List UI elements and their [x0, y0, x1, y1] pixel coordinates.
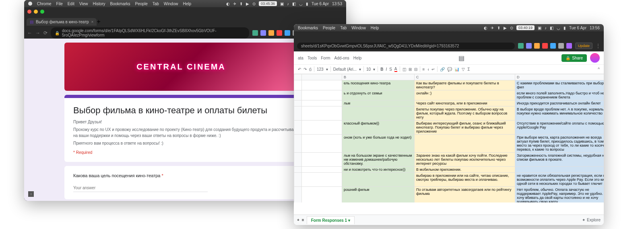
italic-button[interactable]: I [386, 67, 387, 72]
strike-button[interactable]: S [389, 67, 392, 72]
col-b-header[interactable]: B [342, 74, 415, 80]
minimize-window-button[interactable] [34, 10, 38, 14]
menu-form[interactable]: Form [321, 56, 330, 60]
font-selector[interactable]: Default (Ari... [333, 67, 357, 72]
comment-icon[interactable]: 💬 [447, 67, 452, 72]
valign-icon[interactable]: ⫞ [427, 67, 429, 72]
form-title-card: Выбор фильма в кино-театре и оплаты биле… [64, 95, 306, 162]
merge-icon[interactable]: ⊟ [414, 67, 417, 72]
back-button[interactable]: ← [27, 30, 32, 36]
comments-icon[interactable]: ▤ [458, 54, 464, 62]
menu-tools[interactable]: Tools [308, 56, 317, 60]
table-row[interactable]: ь и отдохнуть от семьионлайн :)если мног… [294, 90, 604, 100]
borders-icon[interactable]: ⊞ [409, 67, 412, 72]
explore-button[interactable]: ✦ Explore [582, 218, 601, 222]
apple-icon[interactable] [28, 2, 32, 6]
add-sheet-button[interactable]: + [297, 218, 299, 222]
menu-help[interactable]: Help [371, 24, 379, 31]
close-tab-icon[interactable]: × [91, 20, 94, 24]
undo-icon[interactable]: ↶ [298, 67, 301, 72]
table-row[interactable]: выбираю в приложении или на сайте, читаю… [294, 173, 604, 187]
functions-icon[interactable]: Σ [467, 67, 470, 72]
link-icon[interactable]: 🔗 [440, 67, 445, 72]
menu-addons[interactable]: Add-ons [334, 56, 349, 60]
wrap-icon[interactable]: ↵ [431, 67, 435, 72]
extension-icon[interactable] [542, 43, 548, 49]
table-row[interactable]: льмЧерез сайт кинотеатра, или в приложен… [294, 100, 604, 106]
reload-button[interactable]: ⟳ [43, 30, 47, 36]
print-icon[interactable]: ⎙ [309, 67, 312, 72]
browser-tabbar-2 [294, 31, 604, 40]
address-bar[interactable]: 🔒 docs.google.com/forms/d/e/1FAIpQLSdWX6… [51, 27, 249, 39]
new-tab-button[interactable]: + [97, 18, 100, 25]
menu-window[interactable]: Window [164, 0, 178, 7]
share-button[interactable]: 🔒 Share [561, 54, 587, 62]
menu-tab[interactable]: Tab [340, 24, 347, 31]
update-button-2[interactable]: Update [575, 43, 592, 49]
maximize-window-button[interactable] [40, 10, 44, 14]
sheet-tab-active[interactable]: Form Responses 1 ▾ [307, 216, 355, 224]
extension-icon[interactable] [526, 43, 532, 49]
extension-icon[interactable] [518, 43, 524, 49]
spreadsheet-grid[interactable]: B C D ель посещения кино-театраКак вы вы… [294, 74, 604, 202]
align-icon[interactable]: ≡ [423, 67, 425, 72]
menu-app[interactable]: Chrome [37, 0, 52, 7]
status-icon: ⊙ [252, 2, 256, 6]
menu-help[interactable]: Help [183, 0, 191, 7]
browser-tab[interactable]: ▤ Выбор фильма в кино-театр × [27, 18, 97, 26]
menu-help[interactable]: Help [353, 56, 362, 60]
font-size[interactable]: 10 [366, 67, 371, 72]
table-row[interactable]: ни и посмотреть что-то интересное))В моб… [294, 167, 604, 173]
menu-window[interactable]: Window [351, 24, 366, 31]
chrome-menu-icon[interactable]: ⋮ [596, 43, 601, 49]
menu-bookmarks[interactable]: Bookmarks [110, 0, 130, 7]
bold-button[interactable]: B [380, 67, 383, 72]
menu-people[interactable]: People [135, 0, 148, 7]
all-sheets-button[interactable]: ≡ [302, 218, 304, 222]
address-bar-2[interactable]: sheets/d/1sKPqxObGvwtGmpviOLS6psrJUfAIC_… [297, 43, 515, 49]
menu-view[interactable]: View [79, 0, 88, 7]
chrome-window-sheets: Bookmarks People Tab Window Help ◐ ✈ ⬆ ▶… [294, 24, 604, 225]
table-row[interactable]: льм на большом экране с качественным нм … [294, 153, 604, 167]
table-row[interactable]: Билеты покупаю через приложение. Обычно … [294, 106, 604, 121]
close-window-button[interactable] [27, 10, 31, 14]
extension-icon[interactable] [550, 43, 556, 49]
extension-icon[interactable] [285, 30, 290, 36]
menu-bookmarks[interactable]: Bookmarks [298, 24, 318, 31]
menu-file[interactable]: File [56, 0, 63, 7]
text-color-button[interactable]: A [394, 67, 397, 72]
status-icon: ✈ [233, 2, 236, 6]
question-1-input[interactable] [73, 184, 208, 192]
extension-icon[interactable] [534, 43, 540, 49]
collapse-icon[interactable]: ^ [598, 67, 600, 72]
status-icon: ◧ [292, 2, 296, 6]
menu-data[interactable]: ata [298, 56, 303, 60]
fill-color-icon[interactable]: ◫ [402, 67, 406, 72]
table-row[interactable]: классный фильмом))Выбираю интересующий ф… [294, 121, 604, 135]
col-c-header[interactable]: C [415, 74, 515, 80]
chart-icon[interactable]: 📊 [454, 67, 459, 72]
extension-icon[interactable] [558, 43, 564, 49]
forward-button[interactable]: → [35, 30, 40, 36]
extension-icon[interactable] [260, 30, 266, 36]
filter-icon[interactable]: ▽ [462, 67, 465, 72]
redo-icon[interactable]: ↷ [303, 67, 307, 72]
account-avatar[interactable] [590, 53, 600, 63]
zoom-selector[interactable]: 123 [317, 67, 324, 72]
table-row[interactable]: рошний фильмПо отзывам авторитетных завс… [294, 187, 604, 203]
status-icon: ⬆ [497, 26, 500, 30]
menu-history[interactable]: History [93, 0, 105, 7]
status-icon: ♪ [545, 26, 547, 30]
extension-icon[interactable] [268, 30, 274, 36]
sheets-toolbar: ↶ ↷ ⎙ 123 ▾ Default (Ari... ▾ 10 ▾ B I S… [294, 65, 604, 74]
menu-edit[interactable]: Edit [68, 0, 74, 7]
extension-icon[interactable] [277, 30, 282, 36]
col-d-header[interactable]: D [515, 74, 604, 80]
extension-icon[interactable] [252, 30, 258, 36]
extension-icon[interactable] [566, 43, 572, 49]
menu-people[interactable]: People [323, 24, 335, 31]
status-icon: ◐ [484, 26, 487, 30]
menu-tab[interactable]: Tab [153, 0, 159, 7]
report-button[interactable]: ! [28, 191, 34, 197]
table-row[interactable]: оном (хоть и уже больше года не ходил)Пр… [294, 135, 604, 153]
